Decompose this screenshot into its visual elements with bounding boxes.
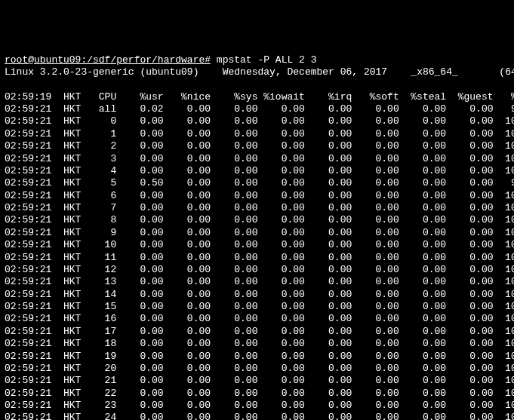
table-row: 02:59:21 HKT 6 0.00 0.00 0.00 0.00 0.00 … (5, 190, 514, 201)
table-row: 02:59:21 HKT 22 0.00 0.00 0.00 0.00 0.00… (5, 388, 514, 399)
prompt-line: root@ubuntu09:/sdf/perfor/hardware# mpst… (5, 54, 316, 66)
header-row: 02:59:19 HKT CPU %usr %nice %sys %iowait… (5, 91, 514, 103)
banner-line: Linux 3.2.0-23-generic (ubuntu09) Wednes… (5, 66, 514, 78)
table-row: 02:59:21 HKT 15 0.00 0.00 0.00 0.00 0.00… (5, 301, 514, 312)
table-row: 02:59:21 HKT 1 0.00 0.00 0.00 0.00 0.00 … (5, 128, 514, 139)
banner-cpu: (64 CPU) (499, 66, 514, 78)
table-row: 02:59:21 HKT 11 0.00 0.00 0.00 0.00 0.00… (5, 252, 514, 263)
terminal-output[interactable]: root@ubuntu09:/sdf/perfor/hardware# mpst… (5, 54, 509, 421)
table-row: 02:59:21 HKT 10 0.00 0.00 0.00 0.00 0.00… (5, 239, 514, 250)
table-row: 02:59:21 HKT 14 0.00 0.00 0.00 0.00 0.00… (5, 289, 514, 300)
banner-arch: _x86_64_ (411, 66, 457, 78)
table-row: 02:59:21 HKT 9 0.00 0.00 0.00 0.00 0.00 … (5, 227, 514, 238)
table-row: 02:59:21 HKT 12 0.00 0.00 0.00 0.00 0.00… (5, 264, 514, 275)
table-row: 02:59:21 HKT 19 0.00 0.00 0.00 0.00 0.00… (5, 351, 514, 362)
prompt-label: root@ubuntu09:/sdf/perfor/hardware# (5, 54, 211, 66)
table-row: 02:59:21 HKT 7 0.00 0.00 0.00 0.00 0.00 … (5, 202, 514, 213)
banner-os: Linux 3.2.0-23-generic (ubuntu09) (5, 66, 199, 78)
table-row: 02:59:21 HKT 8 0.00 0.00 0.00 0.00 0.00 … (5, 214, 514, 225)
banner-date: Wednesday, December 06, 2017 (223, 66, 387, 78)
command: mpstat -P ALL 2 3 (217, 54, 317, 66)
blank-line (5, 78, 11, 90)
table-row: 02:59:21 HKT 3 0.00 0.00 0.00 0.00 0.00 … (5, 153, 514, 164)
table-row: 02:59:21 HKT 0 0.00 0.00 0.00 0.00 0.00 … (5, 115, 514, 127)
table-row: 02:59:21 HKT 5 0.50 0.00 0.00 0.00 0.00 … (5, 177, 514, 189)
table-row: 02:59:21 HKT 4 0.00 0.00 0.00 0.00 0.00 … (5, 165, 514, 176)
table-row: 02:59:21 HKT 18 0.00 0.00 0.00 0.00 0.00… (5, 338, 514, 349)
table-row: 02:59:21 HKT 24 0.00 0.00 0.00 0.00 0.00… (5, 412, 514, 420)
table-row: 02:59:21 HKT 13 0.00 0.00 0.00 0.00 0.00… (5, 276, 514, 287)
table-row: 02:59:21 HKT 17 0.00 0.00 0.00 0.00 0.00… (5, 326, 514, 337)
table-row: 02:59:21 HKT 23 0.00 0.00 0.00 0.00 0.00… (5, 400, 514, 411)
data-rows: 02:59:21 HKT all 0.02 0.00 0.00 0.00 0.0… (5, 103, 509, 420)
table-row: 02:59:21 HKT 16 0.00 0.00 0.00 0.00 0.00… (5, 313, 514, 324)
table-row: 02:59:21 HKT 20 0.00 0.00 0.00 0.00 0.00… (5, 363, 514, 374)
table-row: 02:59:21 HKT 2 0.00 0.00 0.00 0.00 0.00 … (5, 140, 514, 152)
table-row: 02:59:21 HKT 21 0.00 0.00 0.00 0.00 0.00… (5, 375, 514, 386)
table-row: 02:59:21 HKT all 0.02 0.00 0.00 0.00 0.0… (5, 103, 514, 115)
